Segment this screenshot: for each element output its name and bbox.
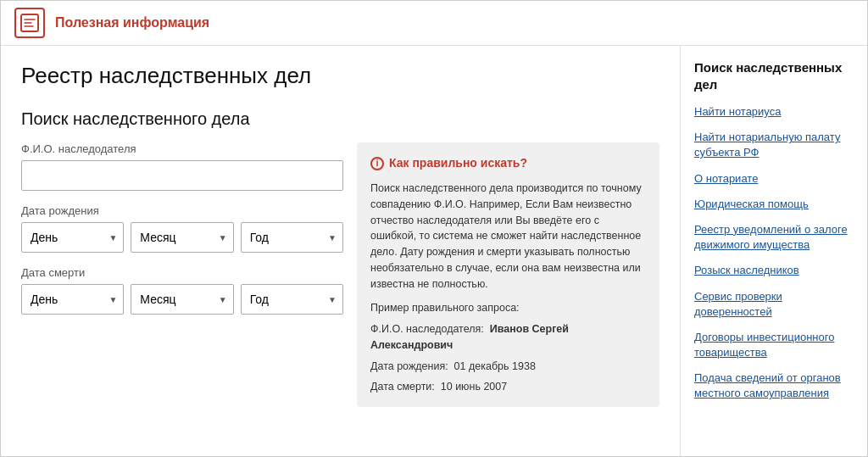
form-left: Ф.И.О. наследодателя Дата рождения День <box>21 142 343 328</box>
sidebar-link-5[interactable]: Розыск наследников <box>694 263 854 278</box>
sidebar-link-8[interactable]: Подача сведений от органов местного само… <box>694 371 854 401</box>
sidebar-link-2[interactable]: О нотариате <box>694 171 854 187</box>
info-box-body: Поиск наследственного дела производится … <box>370 181 646 292</box>
search-section-title: Поиск наследственного дела <box>21 109 659 129</box>
info-box-title-text: Как правильно искать? <box>389 154 527 172</box>
page-wrapper: Полезная информация Реестр наследственны… <box>0 0 868 457</box>
dod-month-wrapper: Месяц <box>131 284 233 315</box>
sidebar-link-7[interactable]: Договоры инвестиционного товарищества <box>694 330 854 360</box>
example-dod-value: 10 июнь 2007 <box>441 381 507 393</box>
dod-month-select[interactable]: Месяц <box>131 284 233 315</box>
example-dob: Дата рождения: 01 декабрь 1938 <box>370 359 646 375</box>
fio-input[interactable] <box>21 160 343 191</box>
dob-year-wrapper: Год <box>241 222 343 253</box>
example-fio: Ф.И.О. наследодателя: Иванов Сергей Алек… <box>370 321 646 354</box>
info-icon: i <box>370 157 384 170</box>
dob-day-select[interactable]: День <box>21 222 124 253</box>
dob-group: Дата рождения День Месяц <box>21 204 343 253</box>
right-sidebar: Поиск наследственных дел Найти нотариуса… <box>681 46 867 456</box>
example-label: Пример правильного запроса: <box>370 300 646 316</box>
example-dod-label: Дата смерти: <box>370 381 435 393</box>
dob-row: День Месяц Год <box>21 222 343 253</box>
dod-day-select[interactable]: День <box>21 284 124 315</box>
sidebar-link-4[interactable]: Реестр уведомлений о залоге движимого им… <box>694 222 854 253</box>
main-content: Реестр наследственных дел Поиск наследст… <box>1 46 867 456</box>
form-content: Ф.И.О. наследодателя Дата рождения День <box>21 142 659 407</box>
dod-year-select[interactable]: Год <box>241 284 343 315</box>
sidebar-link-0[interactable]: Найти нотариуса <box>694 104 854 120</box>
example-dob-label: Дата рождения: <box>370 360 448 372</box>
info-example: Пример правильного запроса: Ф.И.О. насле… <box>370 300 646 395</box>
dod-day-wrapper: День <box>21 284 124 315</box>
dob-label: Дата рождения <box>21 204 343 217</box>
dod-group: Дата смерти День Месяц <box>21 266 343 315</box>
info-box-title: i Как правильно искать? <box>370 154 646 172</box>
dob-year-select[interactable]: Год <box>241 222 343 253</box>
sidebar-link-1[interactable]: Найти нотариальную палату субъекта РФ <box>694 130 854 160</box>
page-title: Реестр наследственных дел <box>21 63 659 89</box>
fio-group: Ф.И.О. наследодателя <box>21 142 343 191</box>
dod-year-wrapper: Год <box>241 284 343 315</box>
sidebar-link-3[interactable]: Юридическая помощь <box>694 197 854 212</box>
example-dod: Дата смерти: 10 июнь 2007 <box>370 379 646 395</box>
example-dob-value: 01 декабрь 1938 <box>454 360 536 372</box>
left-panel: Реестр наследственных дел Поиск наследст… <box>1 46 681 456</box>
header: Полезная информация <box>1 1 867 46</box>
dob-month-wrapper: Месяц <box>131 222 233 253</box>
dob-day-wrapper: День <box>21 222 124 253</box>
fio-label: Ф.И.О. наследодателя <box>21 142 343 155</box>
info-box: i Как правильно искать? Поиск наследстве… <box>357 142 659 407</box>
example-fio-label: Ф.И.О. наследодателя: <box>370 323 484 335</box>
dob-month-select[interactable]: Месяц <box>131 222 233 253</box>
dod-label: Дата смерти <box>21 266 343 279</box>
logo <box>14 8 45 38</box>
sidebar-title: Поиск наследственных дел <box>694 59 854 92</box>
sidebar-link-6[interactable]: Сервис проверки доверенностей <box>694 289 854 320</box>
dod-row: День Месяц Год <box>21 284 343 315</box>
header-title: Полезная информация <box>55 15 209 31</box>
